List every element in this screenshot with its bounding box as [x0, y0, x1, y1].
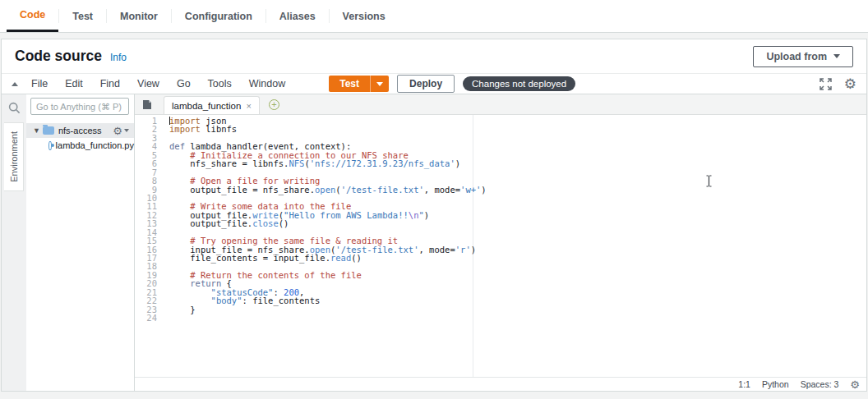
- cursor-position[interactable]: 1:1: [738, 379, 750, 389]
- ide-toolbar: File Edit Find View Go Tools Window Test…: [2, 73, 866, 94]
- code-token: nfs_share = libnfs.: [169, 158, 289, 168]
- code-token: ): [455, 158, 460, 168]
- chevron-down-icon: [376, 82, 383, 86]
- code-token: "Hello from AWS Lambda!!: [284, 210, 409, 220]
- tab-versions[interactable]: Versions: [330, 0, 399, 32]
- tree-folder-nfs-access[interactable]: ▼ nfs-access ⚙: [26, 123, 134, 138]
- tab-configuration[interactable]: Configuration: [172, 0, 265, 32]
- lambda-console-page: { "topnav": { "tabs": [ {"label": "Code"…: [0, 0, 868, 399]
- code-token: , mode=: [424, 185, 460, 195]
- code-token: (): [279, 218, 289, 228]
- close-tab-icon[interactable]: ×: [246, 101, 251, 111]
- folder-icon: [43, 126, 54, 135]
- code-token: import: [169, 124, 201, 134]
- changes-not-deployed-badge: Changes not deployed: [463, 76, 575, 91]
- editor-statusbar: 1:1 Python Spaces: 3 ⚙: [135, 377, 866, 391]
- editor-tabbar: lambda_function × +: [135, 94, 866, 115]
- fullscreen-icon[interactable]: [820, 78, 832, 90]
- open-files-list-icon[interactable]: [141, 99, 152, 110]
- code-line[interactable]: output_file = nfs_share.open('/test-file…: [164, 186, 866, 194]
- line-number: 6: [135, 159, 164, 167]
- page-title: Code source: [15, 48, 102, 65]
- deploy-button[interactable]: Deploy: [397, 75, 455, 93]
- search-icon[interactable]: [8, 102, 21, 117]
- info-link[interactable]: Info: [110, 52, 127, 63]
- code-token: ): [481, 185, 486, 195]
- environment-tab[interactable]: Environment: [4, 122, 24, 191]
- panel-header: Code source Info Upload from: [2, 39, 866, 73]
- gear-icon: ⚙: [113, 126, 122, 136]
- upload-from-button[interactable]: Upload from: [753, 46, 853, 67]
- collapse-toolbar-icon[interactable]: [12, 82, 18, 86]
- line-number: 1: [135, 117, 164, 125]
- code-token: \n: [409, 210, 419, 220]
- code-line[interactable]: file_contents = input_file.read(): [164, 254, 866, 262]
- code-token: 'r': [455, 245, 471, 255]
- menu-file[interactable]: File: [31, 78, 48, 89]
- go-to-anything-input[interactable]: [30, 98, 129, 115]
- code-token: libnfs: [201, 124, 237, 134]
- code-line[interactable]: # Return the contents of the file: [164, 271, 866, 279]
- folder-name: nfs-access: [58, 126, 102, 135]
- code-token: 'nfs://172.31.9.23/nfs_data': [310, 158, 455, 168]
- disclosure-triangle-icon[interactable]: ▼: [33, 126, 40, 135]
- folder-settings-button[interactable]: ⚙: [113, 126, 134, 136]
- tab-code[interactable]: Code: [7, 0, 58, 32]
- language-mode[interactable]: Python: [762, 379, 789, 389]
- code-line[interactable]: "body": file_contents: [164, 296, 866, 305]
- line-number: 24: [135, 314, 164, 322]
- line-number: 3: [135, 134, 164, 142]
- test-button[interactable]: Test: [329, 76, 370, 92]
- code-line[interactable]: }: [164, 305, 866, 314]
- tab-aliases[interactable]: Aliases: [266, 0, 329, 32]
- code-token: '/test-file.txt': [341, 185, 424, 195]
- code-token: }: [169, 305, 196, 314]
- editor-settings-gear-icon[interactable]: ⚙: [850, 379, 860, 390]
- code-token: close: [252, 218, 279, 228]
- code-token: read: [330, 253, 351, 263]
- gutter: 123456789101112131415161718192021222324: [135, 117, 164, 323]
- code-line[interactable]: [164, 314, 866, 322]
- code-editor[interactable]: 123456789101112131415161718192021222324 …: [135, 115, 866, 377]
- file-name: lambda_function.py: [56, 140, 134, 150]
- menu-find[interactable]: Find: [100, 78, 120, 89]
- tab-test[interactable]: Test: [59, 0, 106, 32]
- tab-monitor[interactable]: Monitor: [107, 0, 171, 32]
- code-token: "body": [211, 296, 242, 305]
- function-tabs: Code Test Monitor Configuration Aliases …: [0, 0, 868, 33]
- test-dropdown-button[interactable]: [370, 76, 389, 92]
- code-token: output_file.: [169, 218, 252, 228]
- chevron-down-icon: [833, 54, 840, 58]
- code-token: : file_contents: [242, 296, 321, 305]
- menu-view[interactable]: View: [137, 78, 159, 89]
- menu-edit[interactable]: Edit: [65, 78, 83, 89]
- editor-tab-lambda-function[interactable]: lambda_function ×: [164, 96, 260, 114]
- code-line[interactable]: nfs_share = libnfs.NFS('nfs://172.31.9.2…: [164, 159, 866, 167]
- tree-file-lambda-function[interactable]: lambda_function.py: [26, 138, 134, 153]
- file-tree: ▼ nfs-access ⚙ lambda_function.py: [26, 118, 134, 153]
- ide-main: Environment ▼ nfs-access ⚙ lambda_fun: [2, 94, 866, 391]
- spaces-setting[interactable]: Spaces: 3: [801, 379, 839, 389]
- code-token: file_contents = input_file.: [169, 253, 330, 263]
- menu-tools[interactable]: Tools: [208, 78, 232, 89]
- code-token: , mode=: [418, 245, 455, 255]
- line-number: 2: [135, 125, 164, 133]
- code-token: NFS: [289, 158, 304, 168]
- code-line[interactable]: import libnfs: [164, 125, 866, 133]
- code-line[interactable]: output_file.close(): [164, 219, 866, 227]
- editor-pane: lambda_function × + 12345678910111213141…: [135, 94, 866, 391]
- left-rail: Environment: [2, 94, 26, 391]
- upload-from-label: Upload from: [766, 51, 827, 62]
- menu-window[interactable]: Window: [249, 78, 285, 89]
- python-file-icon: [48, 141, 52, 150]
- settings-gear-icon[interactable]: ⚙: [844, 77, 856, 91]
- new-tab-icon[interactable]: +: [269, 99, 279, 110]
- toolbar-right-icons: ⚙: [820, 77, 856, 91]
- menu-go[interactable]: Go: [177, 78, 191, 89]
- code-lines: import jsonimport libnfsdef lambda_handl…: [164, 117, 866, 323]
- code-token: 'w+': [460, 185, 481, 195]
- file-tree-panel: ▼ nfs-access ⚙ lambda_function.py: [26, 94, 135, 391]
- code-token: ): [471, 245, 476, 255]
- code-line[interactable]: import json: [164, 117, 866, 125]
- code-source-panel: Code source Info Upload from File Edit F…: [1, 39, 867, 392]
